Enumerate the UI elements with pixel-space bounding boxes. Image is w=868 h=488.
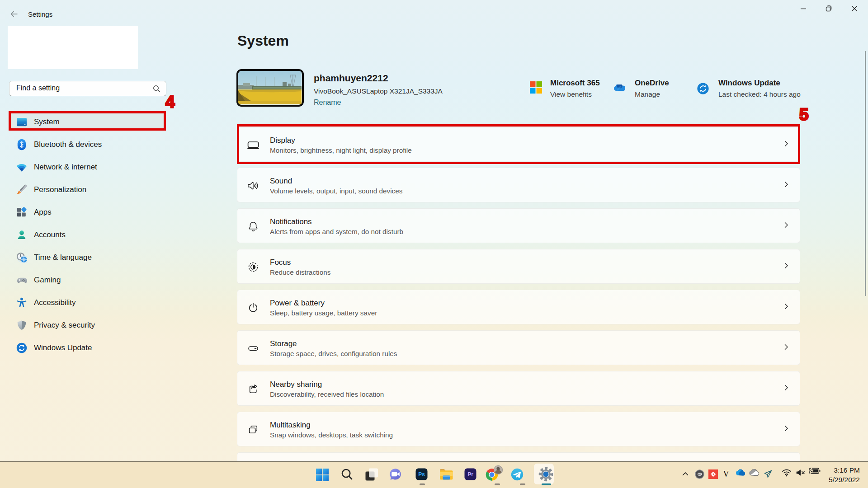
svg-text:Ps: Ps	[418, 471, 425, 478]
svg-text:V: V	[723, 469, 729, 479]
svg-text:Pr: Pr	[467, 471, 473, 478]
